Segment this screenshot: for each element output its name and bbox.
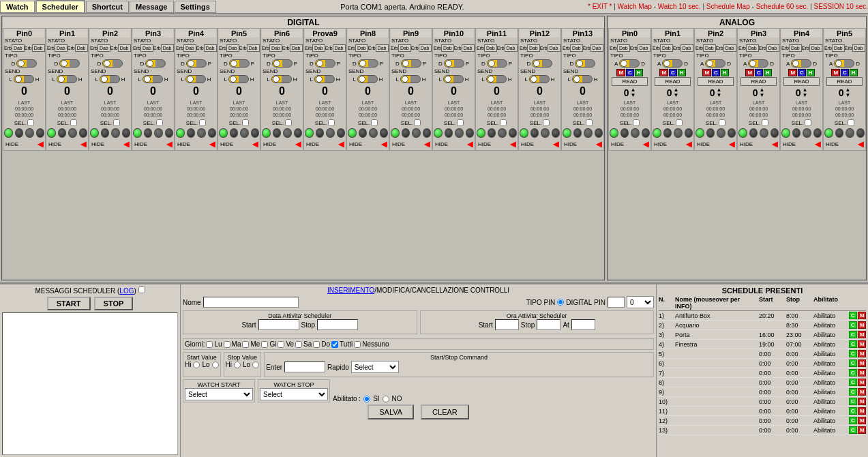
hide-arrow-icon[interactable]: ◀: [338, 140, 344, 149]
sched-m-btn[interactable]: M: [858, 340, 866, 348]
clear-button[interactable]: CLEAR: [421, 404, 469, 419]
tutti-checkbox[interactable]: [331, 341, 338, 348]
dab-btn[interactable]: Dab: [419, 44, 432, 52]
ora-stop-input[interactable]: [537, 319, 560, 330]
c-button[interactable]: C: [841, 69, 849, 76]
ora-start-input[interactable]: [495, 319, 519, 330]
send-slider[interactable]: [400, 75, 421, 83]
erb-btn[interactable]: Dab: [441, 44, 454, 52]
tipo-slider[interactable]: [229, 59, 250, 68]
nome-input[interactable]: [203, 297, 299, 308]
send-slider[interactable]: [143, 75, 163, 83]
adab-btn[interactable]: Dab: [680, 44, 693, 52]
sched-c-btn[interactable]: C: [849, 417, 857, 424]
data-start-input[interactable]: [258, 319, 299, 330]
sched-c-btn[interactable]: C: [849, 331, 857, 338]
ahide-arrow-icon[interactable]: ◀: [686, 140, 691, 149]
sched-m-btn[interactable]: M: [858, 331, 866, 338]
aerb-btn[interactable]: Dab: [789, 44, 802, 52]
enter-input[interactable]: [284, 362, 325, 372]
h-button[interactable]: H: [764, 69, 772, 76]
sched-c-btn[interactable]: C: [849, 398, 857, 405]
sv-hi-radio[interactable]: [193, 362, 200, 368]
dab-btn[interactable]: Dab: [462, 44, 475, 52]
send-slider[interactable]: [314, 75, 335, 83]
atipo-slider[interactable]: [662, 59, 683, 68]
stv-lo-radio[interactable]: [252, 362, 259, 368]
send-slider[interactable]: [228, 75, 249, 83]
m-button[interactable]: M: [745, 69, 754, 76]
sv-lo-radio[interactable]: [212, 362, 219, 368]
ve-checkbox[interactable]: [278, 341, 284, 348]
dab-btn[interactable]: Dab: [505, 44, 518, 52]
sel-checkbox[interactable]: [371, 119, 378, 126]
send-slider[interactable]: [185, 75, 206, 83]
read-button[interactable]: READ: [826, 77, 863, 86]
c-button[interactable]: C: [755, 69, 763, 76]
erb-btn[interactable]: Dab: [140, 44, 153, 52]
gi-checkbox[interactable]: [261, 341, 268, 348]
tipo-slider[interactable]: [102, 59, 123, 68]
data-stop-input[interactable]: [317, 319, 358, 330]
sel-checkbox[interactable]: [199, 119, 206, 126]
schedule-map-link[interactable]: Schedule Map: [706, 3, 750, 10]
hide-arrow-icon[interactable]: ◀: [467, 140, 473, 149]
erb-btn[interactable]: Dab: [12, 44, 25, 52]
m-button[interactable]: M: [788, 69, 797, 76]
atipo-slider[interactable]: [705, 59, 725, 68]
send-slider[interactable]: [14, 75, 34, 83]
ahide-arrow-icon[interactable]: ◀: [858, 140, 863, 149]
sched-c-btn[interactable]: C: [849, 340, 857, 348]
tipo-slider[interactable]: [532, 59, 552, 68]
hide-arrow-icon[interactable]: ◀: [252, 140, 258, 149]
send-slider[interactable]: [443, 75, 464, 83]
send-slider[interactable]: [357, 75, 378, 83]
exit-link[interactable]: * EXIT *: [588, 3, 612, 10]
erb-btn[interactable]: Dab: [527, 44, 540, 52]
sched-c-btn[interactable]: C: [849, 388, 857, 396]
send-slider[interactable]: [100, 75, 120, 83]
sched-m-btn[interactable]: M: [858, 388, 866, 396]
asel-checkbox[interactable]: [719, 119, 725, 126]
adab-btn[interactable]: Dab: [638, 44, 650, 52]
lu-checkbox[interactable]: [206, 341, 213, 348]
tipo-slider[interactable]: [272, 59, 293, 68]
session-10-link[interactable]: SESSION 10 sec.: [814, 3, 868, 10]
erb-btn[interactable]: Dab: [484, 44, 497, 52]
ma-checkbox[interactable]: [224, 341, 230, 348]
tab-scheduler[interactable]: Scheduler: [35, 0, 85, 14]
adab-btn[interactable]: Dab: [852, 44, 865, 52]
sched-m-btn[interactable]: M: [858, 407, 866, 415]
ahide-arrow-icon[interactable]: ◀: [729, 140, 734, 149]
h-button[interactable]: H: [635, 69, 643, 76]
dab-btn[interactable]: Dab: [333, 44, 346, 52]
erb-btn[interactable]: Dab: [55, 44, 68, 52]
send-slider[interactable]: [572, 75, 593, 83]
c-button[interactable]: C: [798, 69, 806, 76]
send-slider[interactable]: [57, 75, 77, 83]
sa-checkbox[interactable]: [295, 341, 302, 348]
me-checkbox[interactable]: [242, 341, 249, 348]
sched-c-btn[interactable]: C: [849, 321, 857, 329]
log-checkbox[interactable]: [138, 286, 145, 293]
sched-c-btn[interactable]: C: [849, 312, 857, 319]
log-link[interactable]: LOG: [119, 287, 134, 295]
send-slider[interactable]: [486, 75, 507, 83]
tab-settings[interactable]: Settings: [175, 1, 216, 13]
erb-btn[interactable]: Dab: [226, 44, 239, 52]
erb-btn[interactable]: Dab: [98, 44, 110, 52]
dab-btn[interactable]: Dab: [161, 44, 174, 52]
tipo-slider[interactable]: [401, 59, 421, 68]
dab-btn[interactable]: Dab: [590, 44, 603, 52]
sel-checkbox[interactable]: [543, 119, 550, 126]
pin-input[interactable]: 0: [608, 297, 625, 308]
adab-btn[interactable]: Dab: [766, 44, 779, 52]
sched-m-btn[interactable]: M: [858, 398, 866, 405]
dab-btn[interactable]: Dab: [376, 44, 389, 52]
tipo-slider[interactable]: [145, 59, 166, 68]
m-button[interactable]: M: [659, 69, 668, 76]
m-button[interactable]: M: [616, 69, 625, 76]
si-radio[interactable]: [363, 396, 370, 402]
down-arrow[interactable]: ▼: [802, 93, 807, 98]
hide-arrow-icon[interactable]: ◀: [424, 140, 430, 149]
